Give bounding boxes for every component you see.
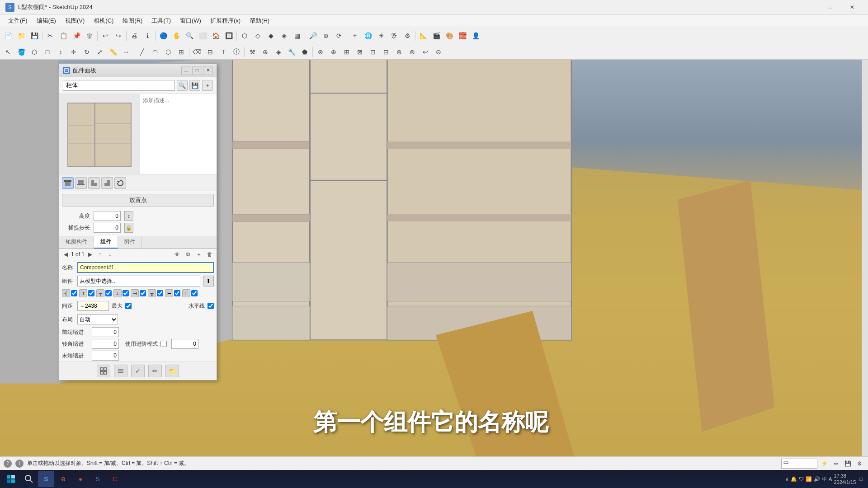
height-arrows-icon[interactable]: ↕ [124, 211, 133, 221]
text-btn[interactable]: T [217, 46, 230, 58]
panel-close-btn[interactable]: ✕ [203, 66, 213, 75]
shape-btn[interactable]: ⬡ [162, 46, 175, 58]
placement-icon-refresh[interactable] [114, 177, 126, 189]
nav-add-icon[interactable]: ＋ [194, 250, 204, 259]
bottom-list-btn[interactable] [114, 365, 127, 377]
search-comp-btn[interactable]: 🔎 [307, 29, 319, 42]
front-offset-input[interactable] [92, 327, 119, 337]
corner-offset-input[interactable] [92, 339, 119, 349]
checkbox-1[interactable] [71, 290, 77, 296]
paste-btn[interactable]: 📌 [70, 29, 83, 42]
info-btn[interactable]: ℹ [141, 29, 154, 42]
taskbar-vol[interactable]: 🔊 [814, 476, 820, 482]
horiz-checkbox[interactable] [208, 303, 214, 309]
nav-delete-icon[interactable]: 🗑 [205, 250, 215, 259]
status-icon-4[interactable]: ⚙ [854, 459, 864, 469]
component-upload-btn[interactable]: ⬆ [203, 276, 214, 286]
taskbar-net[interactable]: 📶 [806, 476, 812, 482]
tab-accessory[interactable]: 附件 [118, 236, 142, 249]
rotate-btn[interactable]: ↻ [80, 46, 93, 58]
rotate-comp-btn[interactable]: ⟳ [333, 29, 345, 42]
new-btn[interactable]: 📄 [2, 29, 14, 42]
height-input[interactable] [94, 211, 121, 221]
checkbox-2[interactable] [88, 290, 94, 296]
plugin2-btn[interactable]: ⊕ [259, 46, 272, 58]
placement-icon-corner-r[interactable] [101, 177, 113, 189]
checkbox-8[interactable] [191, 290, 198, 296]
hidden-btn[interactable]: ◆ [264, 29, 277, 42]
zoom-btn[interactable]: 🔍 [183, 29, 196, 42]
panel-maximize-btn[interactable]: □ [192, 66, 202, 75]
paint-btn[interactable]: 🪣 [15, 46, 28, 58]
group-btn[interactable]: □ [41, 46, 54, 58]
dimension-btn[interactable]: ↔ [120, 46, 132, 58]
user-btn[interactable]: 👤 [469, 29, 482, 42]
minimize-button[interactable]: － [798, 0, 819, 14]
plugin4-btn[interactable]: 🔧 [285, 46, 298, 58]
ext4-btn[interactable]: ⊠ [354, 46, 366, 58]
pan-btn[interactable]: ✋ [170, 29, 183, 42]
open-btn[interactable]: 📁 [15, 29, 28, 42]
ext8-btn[interactable]: ⊜ [406, 46, 419, 58]
nav-eye-icon[interactable]: 👁 [172, 250, 182, 259]
tape-btn[interactable]: 📏 [107, 46, 119, 58]
checkbox-6[interactable] [157, 290, 163, 296]
corner-offset-right-input[interactable] [171, 339, 198, 349]
taskbar-shield[interactable]: 🛡 [799, 476, 804, 482]
start-button[interactable] [2, 471, 20, 487]
status-question-icon[interactable]: ? [4, 460, 12, 468]
bottom-grid-btn[interactable] [97, 365, 110, 377]
nav-copy-icon[interactable]: ⧉ [183, 250, 193, 259]
nav-up-btn[interactable]: ↑ [95, 250, 104, 259]
materials-btn[interactable]: 🧱 [456, 29, 469, 42]
nav-next-btn[interactable]: ▶ [85, 250, 94, 259]
component-btn[interactable]: ⬡ [28, 46, 41, 58]
panel-search-btn[interactable]: 🔍 [177, 80, 188, 91]
nav-down-btn[interactable]: ↓ [105, 250, 114, 259]
step-lock-icon[interactable]: 🔒 [124, 223, 133, 233]
arc-btn[interactable]: ◠ [149, 46, 161, 58]
taskbar-search[interactable] [21, 471, 37, 487]
checkbox-7[interactable] [174, 290, 180, 296]
ext7-btn[interactable]: ⊛ [393, 46, 406, 58]
taskbar-show-desktop[interactable]: □ [858, 476, 863, 482]
orbit-btn[interactable]: 🔵 [157, 29, 170, 42]
offset-btn[interactable]: ⊞ [175, 46, 188, 58]
checkbox-4[interactable] [123, 290, 129, 296]
bottom-check-btn[interactable]: ✓ [131, 365, 145, 377]
ext3-btn[interactable]: ⊞ [340, 46, 353, 58]
checkbox-3[interactable] [105, 290, 112, 296]
shadow-btn[interactable]: ☀ [375, 29, 387, 42]
undo-btn[interactable]: ↩ [99, 29, 112, 42]
advanced-checkbox[interactable] [160, 341, 167, 347]
standard-views-btn[interactable]: 🔲 [222, 29, 235, 42]
step-input[interactable] [94, 223, 121, 233]
taskbar-app-1[interactable]: S [38, 471, 54, 487]
panel-minimize-btn[interactable]: — [181, 66, 191, 75]
menu-file[interactable]: 文件(F) [4, 15, 32, 26]
plugin5-btn[interactable]: ⬟ [298, 46, 311, 58]
name-input[interactable] [77, 262, 214, 273]
placement-icon-corner-l[interactable] [88, 177, 100, 189]
ext1-btn[interactable]: ⊗ [314, 46, 327, 58]
panel-place-button[interactable]: 放置点 [62, 194, 214, 206]
taskbar-app-3[interactable]: ● [72, 471, 89, 487]
wireframe-btn[interactable]: ◇ [251, 29, 264, 42]
menu-draw[interactable]: 绘图(R) [118, 15, 147, 26]
line-btn[interactable]: ╱ [136, 46, 148, 58]
placement-icon-wall[interactable] [62, 177, 74, 189]
panel-search-input[interactable] [63, 80, 175, 91]
ext10-btn[interactable]: ⊝ [432, 46, 445, 58]
add-location-btn[interactable]: ＋ [349, 29, 361, 42]
geo-location-btn[interactable]: 🌐 [362, 29, 374, 42]
shaded-btn[interactable]: ◈ [278, 29, 290, 42]
tab-profile[interactable]: 轮廓构件 [59, 236, 94, 249]
delete-btn[interactable]: 🗑 [83, 29, 96, 42]
menu-window[interactable]: 窗口(W) [175, 15, 206, 26]
textured-btn[interactable]: ▦ [291, 29, 303, 42]
maximize-button[interactable]: □ [820, 0, 841, 14]
ext9-btn[interactable]: ↩ [419, 46, 432, 58]
zoom-comp-btn[interactable]: ⊕ [320, 29, 332, 42]
fog-btn[interactable]: 🌫 [388, 29, 401, 42]
zoom-window-btn[interactable]: ⬜ [196, 29, 209, 42]
